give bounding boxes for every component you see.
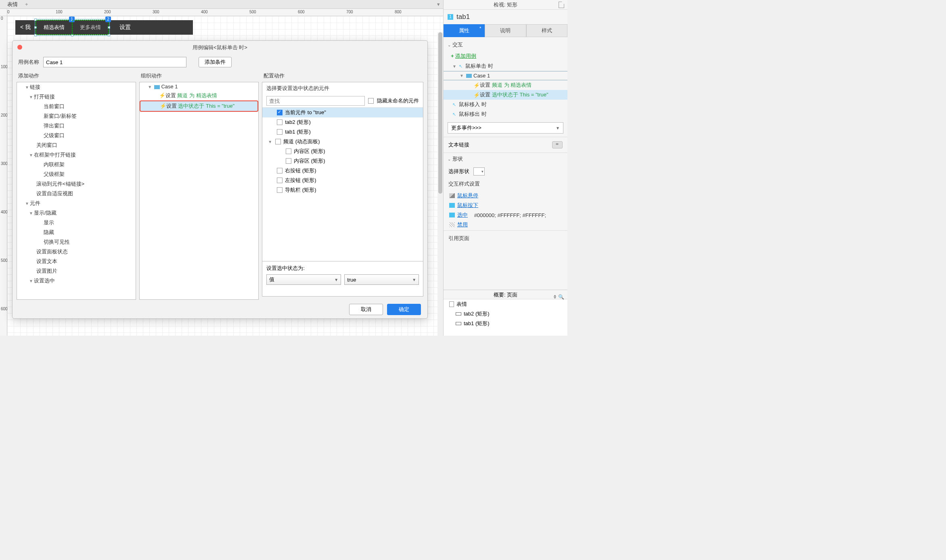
ruler-horizontal[interactable]: 0 100 200 300 400 500 600 700 800 bbox=[7, 9, 443, 16]
organize-action-header: 组织动作 bbox=[139, 70, 259, 82]
shape-select[interactable] bbox=[473, 167, 485, 176]
case-editor-dialog: 用例编辑<鼠标单击 时> 用例名称 添加条件 添加动作 ▼链接 ▼打开链接 当前… bbox=[12, 40, 428, 319]
tab1-widget[interactable]: 精选表情 1 bbox=[36, 20, 72, 35]
selected-action[interactable]: ⚡ 设置 选中状态于 This = "true" bbox=[140, 100, 258, 112]
action-library[interactable]: ▼链接 ▼打开链接 当前窗口 新窗口/新标签 弹出窗口 父级窗口 关闭窗口 ▼在… bbox=[17, 82, 136, 300]
add-action-header: 添加动作 bbox=[17, 70, 136, 82]
page-tab-dropdown[interactable]: ▾ bbox=[434, 0, 443, 8]
page-tab[interactable]: 表情 bbox=[3, 0, 22, 9]
configure-action: 选择要设置选中状态的元件 隐藏未命名的元件 当前元件 to "true" tab… bbox=[262, 82, 423, 261]
add-condition-button[interactable]: 添加条件 bbox=[199, 57, 232, 67]
case-name-input[interactable] bbox=[43, 57, 186, 67]
disabled-style-link[interactable]: 禁用 bbox=[449, 220, 562, 230]
hover-style-link[interactable]: 鼠标悬停 bbox=[449, 191, 562, 201]
selected-icon bbox=[449, 213, 455, 217]
outline-tree[interactable]: 表情 tab2 (矩形) tab1 (矩形) bbox=[444, 299, 567, 336]
tab-notes[interactable]: 说明 bbox=[485, 24, 526, 37]
value-select[interactable]: true▼ bbox=[344, 274, 419, 285]
page-icon bbox=[449, 301, 454, 307]
link-icon[interactable] bbox=[552, 141, 563, 148]
disabled-icon bbox=[449, 222, 455, 227]
selected-style-link[interactable]: 选中 #000000; #FFFFFF; #FFFFFF; bbox=[449, 210, 562, 220]
canvas-scrollbar[interactable] bbox=[437, 32, 443, 336]
case-name-label: 用例名称 bbox=[18, 59, 39, 66]
tab-properties[interactable]: 属性* bbox=[444, 24, 485, 37]
dialog-title: 用例编辑<鼠标单击 时> bbox=[13, 41, 427, 54]
bolt-icon: ⚡ bbox=[473, 92, 478, 98]
value-type-select[interactable]: 值▼ bbox=[266, 274, 341, 285]
outline-header: 概要: 页面 ⚱ 🔍 bbox=[444, 290, 567, 299]
tab-style[interactable]: 样式 bbox=[526, 24, 567, 37]
inspector-panel: 检视: 矩形 1 tab1 属性* 说明 样式 ⌄交互 + 添加用例 ▼↖鼠标单… bbox=[443, 0, 567, 336]
rect-icon bbox=[456, 322, 461, 325]
ruler-vertical[interactable]: 0 100 200 300 400 500 600 bbox=[0, 16, 7, 336]
interactions-section[interactable]: ⌄交互 bbox=[444, 39, 567, 51]
search-icon[interactable]: 🔍 bbox=[558, 292, 564, 302]
footnote-number[interactable]: 1 bbox=[448, 14, 453, 20]
more-events-select[interactable]: 更多事件>>>▼ bbox=[448, 122, 563, 134]
bolt-icon: ⚡ bbox=[159, 92, 164, 98]
add-page-tab[interactable]: + bbox=[22, 0, 31, 8]
ix-style-header: 交互样式设置 bbox=[444, 178, 567, 190]
close-icon[interactable] bbox=[17, 45, 22, 50]
footnote-2: 2 bbox=[105, 17, 111, 22]
tab2-widget[interactable]: 更多表情 2 bbox=[72, 20, 109, 35]
settings-label[interactable]: 设置 bbox=[113, 24, 137, 31]
click-icon: ↖ bbox=[459, 64, 464, 69]
current-widget-checkbox[interactable] bbox=[277, 110, 283, 115]
mousedown-style-link[interactable]: 鼠标按下 bbox=[449, 201, 562, 210]
widget-name[interactable]: tab1 bbox=[456, 13, 470, 21]
hide-unnamed-checkbox[interactable] bbox=[368, 98, 374, 104]
case-icon bbox=[466, 74, 472, 78]
back-button[interactable]: < 我 bbox=[15, 24, 36, 31]
mouseleave-icon: ↖ bbox=[452, 112, 457, 117]
configure-action-header: 配置动作 bbox=[262, 70, 423, 82]
bolt-icon: ⚡ bbox=[473, 82, 478, 88]
nav-bar-widget[interactable]: < 我 精选表情 1 更多表情 2 设置 bbox=[15, 20, 193, 35]
page-tab-bar: 表情 + ▾ bbox=[0, 0, 443, 9]
mouseenter-icon: ↖ bbox=[452, 102, 457, 107]
cancel-button[interactable]: 取消 bbox=[349, 304, 383, 315]
selected-action-item[interactable]: ⚡ 设置 选中状态于 This = "true" bbox=[444, 90, 567, 100]
inspector-header: 检视: 矩形 bbox=[444, 0, 567, 10]
ruler-corner bbox=[0, 9, 7, 16]
organize-actions[interactable]: ▼ Case 1 ⚡ 设置 频道 为 精选表情 ⚡ 设置 选中状态于 This … bbox=[139, 82, 259, 300]
ref-page-label: 引用页面 bbox=[444, 230, 567, 246]
case-icon bbox=[154, 85, 160, 89]
ok-button[interactable]: 确定 bbox=[387, 304, 421, 315]
rect-icon bbox=[456, 312, 461, 316]
add-case-link[interactable]: + 添加用例 bbox=[444, 51, 567, 61]
note-icon[interactable] bbox=[559, 2, 564, 8]
filter-icon[interactable]: ⚱ bbox=[553, 292, 557, 302]
text-link-label: 文本链接 bbox=[448, 141, 469, 148]
shape-section[interactable]: ⌄形状 bbox=[444, 153, 567, 165]
widget-search-input[interactable] bbox=[266, 96, 365, 106]
hover-icon bbox=[449, 193, 455, 198]
tab-group-selected[interactable]: 精选表情 1 更多表情 2 bbox=[36, 20, 109, 35]
mousedown-icon bbox=[449, 203, 455, 208]
bolt-icon: ⚡ bbox=[160, 103, 165, 109]
